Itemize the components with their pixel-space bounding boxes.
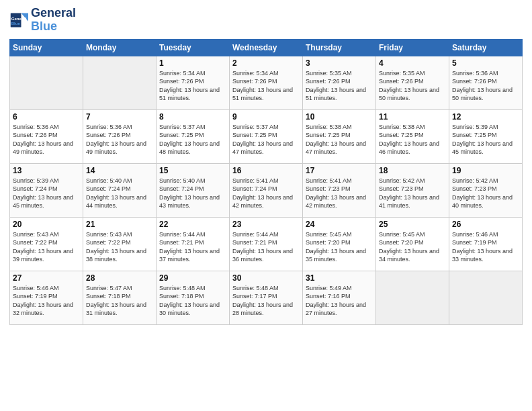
week-row-5: 27Sunrise: 5:46 AMSunset: 7:19 PMDayligh… xyxy=(10,271,523,324)
day-cell xyxy=(10,56,83,109)
day-number: 15 xyxy=(159,166,226,175)
day-number: 9 xyxy=(232,112,300,122)
day-cell: 26Sunrise: 5:46 AMSunset: 7:19 PMDayligh… xyxy=(449,217,523,271)
weekday-header-monday: Monday xyxy=(83,39,157,56)
day-number: 11 xyxy=(379,112,446,122)
day-cell: 17Sunrise: 5:41 AMSunset: 7:23 PMDayligh… xyxy=(303,163,376,217)
day-number: 14 xyxy=(86,166,153,175)
day-cell: 27Sunrise: 5:46 AMSunset: 7:19 PMDayligh… xyxy=(10,271,83,324)
day-cell: 23Sunrise: 5:44 AMSunset: 7:21 PMDayligh… xyxy=(230,217,303,271)
day-info: Sunrise: 5:44 AMSunset: 7:21 PMDaylight:… xyxy=(159,230,226,264)
day-cell: 30Sunrise: 5:48 AMSunset: 7:17 PMDayligh… xyxy=(230,271,303,324)
day-info: Sunrise: 5:43 AMSunset: 7:22 PMDaylight:… xyxy=(86,230,153,264)
day-number: 3 xyxy=(306,58,373,68)
day-info: Sunrise: 5:45 AMSunset: 7:20 PMDaylight:… xyxy=(379,230,446,264)
day-info: Sunrise: 5:37 AMSunset: 7:25 PMDaylight:… xyxy=(232,123,300,156)
day-number: 8 xyxy=(159,112,226,122)
day-number: 6 xyxy=(13,112,80,122)
day-cell: 1Sunrise: 5:34 AMSunset: 7:26 PMDaylight… xyxy=(157,56,230,109)
day-cell: 6Sunrise: 5:36 AMSunset: 7:26 PMDaylight… xyxy=(10,109,83,163)
day-info: Sunrise: 5:41 AMSunset: 7:23 PMDaylight:… xyxy=(306,177,373,210)
day-info: Sunrise: 5:36 AMSunset: 7:26 PMDaylight:… xyxy=(86,123,153,156)
day-cell: 4Sunrise: 5:35 AMSunset: 7:26 PMDaylight… xyxy=(376,56,449,109)
day-number: 31 xyxy=(306,273,373,283)
day-cell: 24Sunrise: 5:45 AMSunset: 7:20 PMDayligh… xyxy=(303,217,376,271)
weekday-header-friday: Friday xyxy=(376,39,449,56)
day-info: Sunrise: 5:41 AMSunset: 7:24 PMDaylight:… xyxy=(232,177,300,210)
day-info: Sunrise: 5:36 AMSunset: 7:26 PMDaylight:… xyxy=(452,69,519,103)
day-info: Sunrise: 5:46 AMSunset: 7:19 PMDaylight:… xyxy=(452,230,519,264)
day-cell: 9Sunrise: 5:37 AMSunset: 7:25 PMDaylight… xyxy=(230,109,303,163)
day-number: 18 xyxy=(379,166,446,175)
day-cell: 13Sunrise: 5:39 AMSunset: 7:24 PMDayligh… xyxy=(10,163,83,217)
day-info: Sunrise: 5:36 AMSunset: 7:26 PMDaylight:… xyxy=(13,123,80,156)
day-info: Sunrise: 5:38 AMSunset: 7:25 PMDaylight:… xyxy=(306,123,373,156)
day-number: 22 xyxy=(159,220,226,229)
day-info: Sunrise: 5:46 AMSunset: 7:19 PMDaylight:… xyxy=(13,284,80,318)
day-cell: 10Sunrise: 5:38 AMSunset: 7:25 PMDayligh… xyxy=(303,109,376,163)
day-number: 16 xyxy=(232,166,300,175)
day-number: 13 xyxy=(13,166,80,175)
week-row-4: 20Sunrise: 5:43 AMSunset: 7:22 PMDayligh… xyxy=(10,217,523,271)
day-number: 24 xyxy=(306,220,373,229)
weekday-header-row: SundayMondayTuesdayWednesdayThursdayFrid… xyxy=(10,39,523,56)
day-number: 7 xyxy=(86,112,153,122)
day-info: Sunrise: 5:39 AMSunset: 7:24 PMDaylight:… xyxy=(13,177,80,210)
day-info: Sunrise: 5:45 AMSunset: 7:20 PMDaylight:… xyxy=(306,230,373,264)
day-cell: 21Sunrise: 5:43 AMSunset: 7:22 PMDayligh… xyxy=(83,217,157,271)
day-cell: 22Sunrise: 5:44 AMSunset: 7:21 PMDayligh… xyxy=(157,217,230,271)
day-number: 29 xyxy=(159,273,226,283)
day-info: Sunrise: 5:37 AMSunset: 7:25 PMDaylight:… xyxy=(159,123,226,156)
day-number: 20 xyxy=(13,220,80,229)
day-info: Sunrise: 5:44 AMSunset: 7:21 PMDaylight:… xyxy=(232,230,300,264)
header: General Blue GeneralBlue xyxy=(9,7,523,34)
day-cell xyxy=(376,271,449,324)
week-row-2: 6Sunrise: 5:36 AMSunset: 7:26 PMDaylight… xyxy=(10,109,523,163)
day-cell: 14Sunrise: 5:40 AMSunset: 7:24 PMDayligh… xyxy=(83,163,157,217)
week-row-3: 13Sunrise: 5:39 AMSunset: 7:24 PMDayligh… xyxy=(10,163,523,217)
day-info: Sunrise: 5:48 AMSunset: 7:18 PMDaylight:… xyxy=(159,284,226,318)
day-cell: 11Sunrise: 5:38 AMSunset: 7:25 PMDayligh… xyxy=(376,109,449,163)
day-number: 27 xyxy=(13,273,80,283)
day-cell: 19Sunrise: 5:42 AMSunset: 7:23 PMDayligh… xyxy=(449,163,523,217)
weekday-header-sunday: Sunday xyxy=(10,39,83,56)
day-cell xyxy=(449,271,523,324)
day-cell: 25Sunrise: 5:45 AMSunset: 7:20 PMDayligh… xyxy=(376,217,449,271)
day-cell: 8Sunrise: 5:37 AMSunset: 7:25 PMDaylight… xyxy=(157,109,230,163)
weekday-header-thursday: Thursday xyxy=(303,39,376,56)
day-cell: 18Sunrise: 5:42 AMSunset: 7:23 PMDayligh… xyxy=(376,163,449,217)
weekday-header-tuesday: Tuesday xyxy=(157,39,230,56)
day-info: Sunrise: 5:49 AMSunset: 7:16 PMDaylight:… xyxy=(306,284,373,318)
day-info: Sunrise: 5:40 AMSunset: 7:24 PMDaylight:… xyxy=(159,177,226,210)
day-info: Sunrise: 5:38 AMSunset: 7:25 PMDaylight:… xyxy=(379,123,446,156)
svg-text:Blue: Blue xyxy=(11,21,21,26)
day-info: Sunrise: 5:48 AMSunset: 7:17 PMDaylight:… xyxy=(232,284,300,318)
day-number: 10 xyxy=(306,112,373,122)
day-info: Sunrise: 5:35 AMSunset: 7:26 PMDaylight:… xyxy=(379,69,446,103)
day-info: Sunrise: 5:39 AMSunset: 7:25 PMDaylight:… xyxy=(452,123,519,156)
day-number: 30 xyxy=(232,273,300,283)
logo-text: GeneralBlue xyxy=(31,7,76,34)
day-number: 25 xyxy=(379,220,446,229)
day-info: Sunrise: 5:42 AMSunset: 7:23 PMDaylight:… xyxy=(452,177,519,210)
day-number: 19 xyxy=(452,166,519,175)
day-cell: 7Sunrise: 5:36 AMSunset: 7:26 PMDaylight… xyxy=(83,109,157,163)
day-info: Sunrise: 5:34 AMSunset: 7:26 PMDaylight:… xyxy=(159,69,226,103)
day-cell: 20Sunrise: 5:43 AMSunset: 7:22 PMDayligh… xyxy=(10,217,83,271)
day-info: Sunrise: 5:40 AMSunset: 7:24 PMDaylight:… xyxy=(86,177,153,210)
day-cell: 15Sunrise: 5:40 AMSunset: 7:24 PMDayligh… xyxy=(157,163,230,217)
logo-icon: General Blue xyxy=(9,11,28,30)
day-number: 5 xyxy=(452,58,519,68)
day-number: 4 xyxy=(379,58,446,68)
weekday-header-saturday: Saturday xyxy=(449,39,523,56)
day-cell: 5Sunrise: 5:36 AMSunset: 7:26 PMDaylight… xyxy=(449,56,523,109)
day-cell: 28Sunrise: 5:47 AMSunset: 7:18 PMDayligh… xyxy=(83,271,157,324)
day-info: Sunrise: 5:35 AMSunset: 7:26 PMDaylight:… xyxy=(306,69,373,103)
day-cell: 3Sunrise: 5:35 AMSunset: 7:26 PMDaylight… xyxy=(303,56,376,109)
day-number: 23 xyxy=(232,220,300,229)
day-number: 26 xyxy=(452,220,519,229)
day-info: Sunrise: 5:47 AMSunset: 7:18 PMDaylight:… xyxy=(86,284,153,318)
day-cell: 12Sunrise: 5:39 AMSunset: 7:25 PMDayligh… xyxy=(449,109,523,163)
day-cell: 31Sunrise: 5:49 AMSunset: 7:16 PMDayligh… xyxy=(303,271,376,324)
day-number: 1 xyxy=(159,58,226,68)
